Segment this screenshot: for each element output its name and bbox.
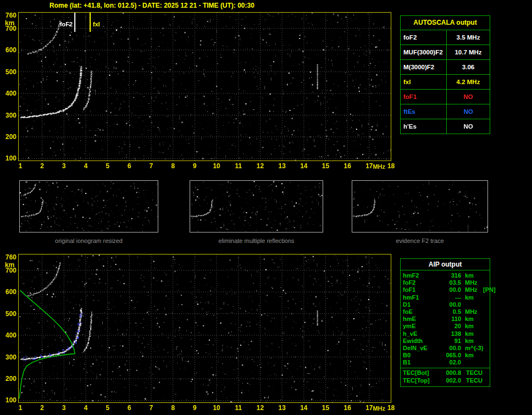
x-axis-tick-label: 10 [213, 404, 220, 412]
autoscala-output-table: AUTOSCALA output foF23.5 MHzMUF(3000)F21… [400, 15, 490, 134]
aip-cell [483, 359, 487, 366]
plot-border [19, 13, 391, 161]
aip-cell: km [461, 352, 483, 359]
aip-cell: km [461, 316, 483, 323]
autoscala-param-label: MUF(3000)F2 [401, 45, 447, 59]
autoscala-param-value: 4.2 MHz [447, 75, 490, 89]
aip-cell: MHz [461, 279, 483, 286]
aip-cell: D1 [403, 301, 437, 308]
y-axis-tick-label: 200 [5, 133, 16, 141]
x-axis-tick-label: 11 [235, 162, 242, 170]
x-axis-tick-label: 9 [193, 162, 197, 170]
thumbnail-caption-original: original ionogram resized [19, 237, 158, 244]
autoscala-row-foF1: foF1NO [401, 90, 490, 104]
aip-cell [461, 301, 483, 308]
x-axis-tick-label: 8 [171, 404, 175, 412]
y-axis-tick-label: 300 [5, 353, 16, 361]
aip-row-foE: foE0.5MHz [401, 308, 490, 316]
aip-cell: 00.0 [437, 286, 461, 294]
aip-cell: 000.8 [435, 369, 461, 377]
y-axis-tick-label: 100 [5, 154, 16, 162]
aip-cell: hmE [403, 316, 437, 323]
x-axis-tick-label: 9 [193, 404, 197, 412]
aip-cell: --- [437, 294, 461, 301]
autoscala-row-ftEs: ftEsNO [401, 104, 490, 119]
aip-cell: Ewidth [403, 337, 437, 345]
autoscala-row-foF2: foF23.5 MHz [401, 30, 490, 45]
aip-row-hmE: hmE110km [401, 316, 490, 323]
aip-cell: MHz [461, 286, 483, 294]
autoscala-param-value: NO [447, 119, 490, 134]
x-axis-tick-label: 4 [84, 404, 88, 412]
aip-cell: km [461, 294, 483, 301]
aip-row-foF1: foF100.0MHz[PN] [401, 286, 490, 294]
aip-cell: TECU [461, 369, 487, 377]
autoscala-param-label: M(3000)F2 [401, 60, 447, 74]
aip-cell [483, 352, 487, 359]
autoscala-param-value: NO [447, 90, 490, 104]
x-axis-tick-label: 16 [344, 404, 352, 412]
aip-cell: m^(-3) [461, 345, 483, 352]
y-axis-tick-label: 100 [5, 396, 16, 404]
x-axis-tick-label: 5 [106, 162, 109, 170]
aip-cell: 00.0 [437, 301, 461, 308]
aip-cell [483, 301, 487, 308]
autoscala-row-fxI: fxI4.2 MHz [401, 75, 490, 90]
y-axis-unit-label: km [5, 19, 14, 27]
aip-cell: foF1 [403, 286, 437, 294]
y-axis-tick-label: 600 [5, 288, 16, 296]
thumbnail-original-ionogram [19, 180, 158, 233]
y-axis-unit-label: km [5, 261, 14, 269]
aip-cell: 065.0 [437, 352, 461, 359]
aip-row-B0: B0065.0km [401, 352, 490, 359]
aip-cell [483, 308, 487, 316]
aip-cell: 316 [437, 272, 461, 279]
aip-cell: 02.0 [437, 359, 461, 366]
aip-row-hmF2: hmF2316km [401, 272, 490, 279]
aip-cell: km [461, 323, 483, 330]
aip-cell: hmF1 [403, 294, 437, 301]
aip-cell: B0 [403, 352, 437, 359]
aip-row-TEC[Top]: TEC[Top]002.0TECU [401, 377, 490, 384]
x-axis-unit-label: MHz [373, 163, 385, 170]
aip-table-rows: hmF2316kmfoF203.5MHzfoF100.0MHz[PN]hmF1-… [401, 272, 490, 366]
aip-row-foF2: foF203.5MHz [401, 279, 490, 286]
x-axis-tick-label: 10 [213, 162, 220, 170]
aip-cell [483, 316, 487, 323]
x-axis-tick-label: 2 [40, 162, 44, 170]
autoscala-param-label: fxI [401, 75, 447, 89]
x-axis-tick-label: 3 [62, 404, 66, 412]
aip-cell: 0.5 [437, 308, 461, 316]
x-axis-tick-label: 13 [278, 404, 286, 412]
aip-cell: foE [403, 308, 437, 316]
aip-cell [483, 337, 487, 345]
autoscala-param-label: foF2 [401, 30, 447, 45]
aip-cell: TECU [461, 377, 487, 384]
autoscala-param-value: 10.7 MHz [447, 45, 490, 59]
aip-cell: 138 [437, 330, 461, 337]
y-axis-tick-label: 760 [5, 12, 16, 19]
aip-cell: h_vE [403, 330, 437, 337]
autoscala-row-h'Es: h'EsNO [401, 119, 490, 134]
aip-cell: km [461, 330, 483, 337]
x-axis-tick-label: 6 [128, 404, 131, 412]
x-axis-tick-label: 13 [278, 162, 286, 170]
x-axis-tick-label: 16 [344, 162, 352, 170]
autoscala-param-value: NO [447, 104, 490, 119]
x-axis-tick-label: 12 [257, 404, 264, 412]
x-axis-tick-label: 6 [128, 162, 131, 170]
aip-cell: km [461, 272, 483, 279]
x-axis-tick-label: 7 [149, 162, 153, 170]
aip-row-DelN_vE: DelN_vE00.0m^(-3) [401, 345, 490, 352]
autoscala-param-value: 3.5 MHz [447, 30, 490, 45]
aip-cell: hmF2 [403, 272, 437, 279]
aip-row-TEC[Bot]: TEC[Bot]000.8TECU [401, 369, 490, 377]
x-axis-unit-label: MHz [373, 405, 385, 412]
autoscala-window: Rome (lat: +41.8, lon: 012.5) - DATE: 20… [0, 0, 532, 415]
x-axis-tick-label: 8 [171, 162, 175, 170]
aip-separator-line [401, 368, 490, 368]
autoscala-param-label: foF1 [401, 90, 447, 104]
x-axis-tick-label: 3 [62, 162, 66, 170]
x-axis-tick-label: 14 [300, 162, 308, 170]
aip-cell [483, 272, 487, 279]
